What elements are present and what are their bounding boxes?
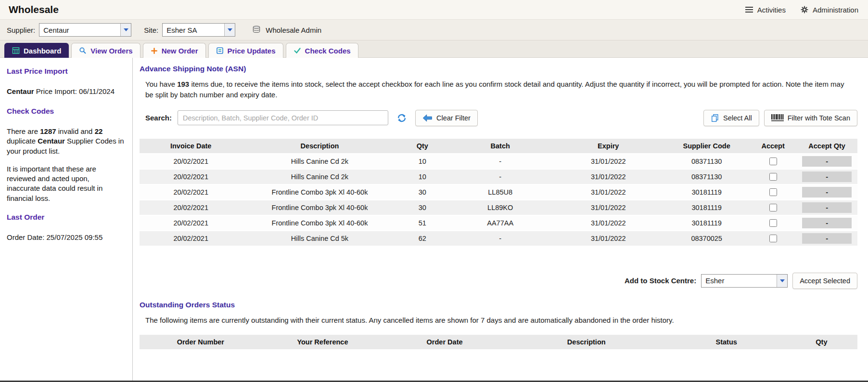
table-row: 20/02/2021 Frontline Combo 3pk Xl 40-60k… bbox=[140, 216, 857, 230]
price-updates-icon bbox=[216, 47, 224, 54]
col-invoice-date: Invoice Date bbox=[140, 139, 242, 153]
cell-expiry: 31/01/2022 bbox=[553, 200, 664, 215]
search-input[interactable] bbox=[178, 110, 388, 125]
barcode-icon bbox=[771, 114, 784, 122]
site-select[interactable]: Esher SA bbox=[162, 23, 235, 37]
cell-supplier-code: 30181119 bbox=[664, 216, 750, 230]
tab-check-codes[interactable]: Check Codes bbox=[286, 43, 358, 58]
accept-qty-value: - bbox=[802, 233, 852, 244]
cell-batch: AA77AA bbox=[447, 216, 553, 230]
cell-invoice-date: 20/02/2021 bbox=[140, 185, 242, 199]
tab-new-order[interactable]: New Order bbox=[143, 43, 206, 58]
gear-icon bbox=[800, 5, 809, 14]
last-order-heading: Last Order bbox=[7, 212, 125, 223]
activities-button[interactable]: Activities bbox=[745, 6, 786, 14]
cell-accept bbox=[750, 185, 796, 199]
refresh-button[interactable] bbox=[393, 112, 410, 124]
col-accept: Accept bbox=[750, 139, 796, 153]
tab-label: Check Codes bbox=[305, 47, 351, 55]
cell-invoice-date: 20/02/2021 bbox=[140, 231, 242, 246]
tab-price-updates[interactable]: Price Updates bbox=[208, 43, 283, 58]
cell-qty: 10 bbox=[397, 154, 447, 169]
cell-description: Frontline Combo 3pk Xl 40-60k bbox=[242, 200, 397, 215]
cell-accept bbox=[750, 200, 796, 215]
cell-invoice-date: 20/02/2021 bbox=[140, 170, 242, 184]
main-area: Last Price Import Centaur Price Import: … bbox=[0, 58, 868, 381]
tab-label: View Orders bbox=[90, 47, 132, 55]
clear-filter-button[interactable]: Clear Filter bbox=[415, 110, 478, 126]
table-row: 20/02/2021 Frontline Combo 3pk Xl 40-60k… bbox=[140, 185, 857, 199]
cell-invoice-date: 20/02/2021 bbox=[140, 200, 242, 215]
col-status: Status bbox=[667, 335, 786, 349]
col-qty: Qty bbox=[397, 139, 447, 153]
select-all-button[interactable]: Select All bbox=[703, 110, 759, 126]
activities-label: Activities bbox=[757, 6, 786, 14]
search-label: Search: bbox=[145, 114, 172, 122]
tab-dashboard[interactable]: Dashboard bbox=[4, 43, 69, 58]
stock-centre-row: Add to Stock Centre: Esher Accept Select… bbox=[140, 273, 857, 289]
table-row: 20/02/2021 Hills Canine Cd 2k 10 - 31/01… bbox=[140, 170, 857, 184]
table-row: 20/02/2021 Hills Canine Cd 5k 62 - 31/01… bbox=[140, 231, 857, 246]
accept-checkbox[interactable] bbox=[769, 173, 777, 181]
clear-filter-label: Clear Filter bbox=[436, 114, 471, 122]
asn-heading: Advance Shipping Note (ASN) bbox=[140, 65, 857, 73]
check-codes-warning: It is important that these are reviewed … bbox=[7, 164, 125, 203]
cell-expiry: 31/01/2022 bbox=[553, 170, 664, 184]
col-description: Description bbox=[242, 139, 397, 153]
cell-supplier-code: 08371130 bbox=[664, 154, 750, 169]
last-price-import-text: Centaur Price Import: 06/11/2024 bbox=[7, 87, 125, 96]
asn-table: Invoice Date Description Qty Batch Expir… bbox=[140, 138, 857, 247]
tab-label: Price Updates bbox=[228, 47, 276, 55]
cell-batch: LL85U8 bbox=[447, 185, 553, 199]
cell-batch: - bbox=[447, 154, 553, 169]
activities-list-icon bbox=[745, 6, 753, 13]
empty-area bbox=[140, 350, 857, 382]
asn-actions-right: Select All Filter with Tote Scan bbox=[703, 110, 857, 126]
accept-selected-button[interactable]: Accept Selected bbox=[792, 273, 857, 289]
chevron-down-icon bbox=[224, 24, 235, 36]
table-row: 20/02/2021 Frontline Combo 3pk Xl 40-60k… bbox=[140, 200, 857, 215]
administration-button[interactable]: Administration bbox=[800, 5, 858, 14]
arrow-left-icon bbox=[422, 114, 433, 122]
cell-invoice-date: 20/02/2021 bbox=[140, 216, 242, 230]
main-tabs: Dashboard View Orders New Order Price Up… bbox=[0, 40, 868, 58]
top-bar-right: Activities Administration bbox=[745, 5, 858, 14]
accept-checkbox[interactable] bbox=[769, 204, 777, 211]
stock-centre-label: Add to Stock Centre: bbox=[625, 277, 696, 285]
site-label: Site: bbox=[144, 26, 158, 34]
select-all-label: Select All bbox=[723, 114, 752, 122]
copy-pages-icon bbox=[711, 114, 719, 122]
cell-accept bbox=[750, 170, 796, 184]
cell-expiry: 31/01/2022 bbox=[553, 231, 664, 246]
cell-description: Frontline Combo 3pk Xl 40-60k bbox=[242, 216, 397, 230]
col-out-description: Description bbox=[506, 335, 667, 349]
accept-checkbox[interactable] bbox=[769, 219, 777, 227]
asn-table-header-row: Invoice Date Description Qty Batch Expir… bbox=[140, 139, 857, 153]
cell-accept-qty: - bbox=[796, 170, 857, 184]
last-order-text: Order Date: 25/07/2025 09:55 bbox=[7, 233, 125, 242]
cell-expiry: 31/01/2022 bbox=[553, 154, 664, 169]
cell-expiry: 31/01/2022 bbox=[553, 185, 664, 199]
tote-scan-filter-button[interactable]: Filter with Tote Scan bbox=[764, 110, 857, 126]
database-icon bbox=[252, 25, 261, 35]
accept-selected-label: Accept Selected bbox=[800, 277, 850, 285]
cell-accept-qty: - bbox=[796, 231, 857, 246]
cell-batch: - bbox=[447, 231, 553, 246]
cell-qty: 51 bbox=[397, 216, 447, 230]
accept-checkbox[interactable] bbox=[769, 158, 777, 165]
supplier-select[interactable]: Centaur bbox=[39, 23, 131, 37]
current-user-label: Wholesale Admin bbox=[266, 26, 321, 34]
cell-expiry: 31/01/2022 bbox=[553, 216, 664, 230]
supplier-value: Centaur bbox=[39, 24, 120, 36]
app-title: Wholesale bbox=[9, 4, 59, 15]
tab-view-orders[interactable]: View Orders bbox=[71, 43, 140, 58]
accept-checkbox[interactable] bbox=[769, 235, 777, 242]
last-price-import-heading: Last Price Import bbox=[7, 66, 125, 77]
stock-centre-select[interactable]: Esher bbox=[701, 274, 788, 288]
cell-batch: LL89KO bbox=[447, 200, 553, 215]
col-order-number: Order Number bbox=[140, 335, 262, 349]
accept-qty-value: - bbox=[802, 187, 852, 198]
cell-accept-qty: - bbox=[796, 200, 857, 215]
accept-checkbox[interactable] bbox=[769, 188, 777, 196]
accept-qty-value: - bbox=[802, 202, 852, 213]
